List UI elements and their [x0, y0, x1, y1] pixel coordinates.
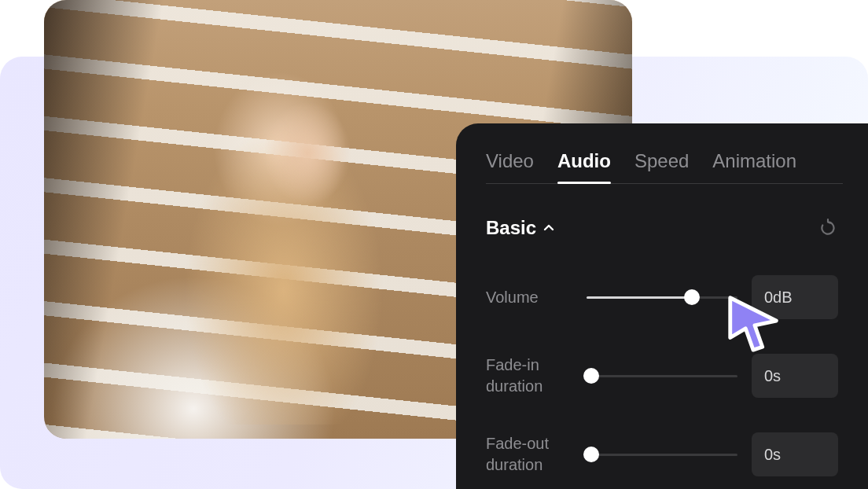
fade-in-label: Fade-in duration	[486, 355, 572, 397]
fade-out-value[interactable]: 0s	[752, 432, 838, 476]
section-title: Basic	[486, 217, 536, 239]
row-fade-in: Fade-in duration 0s	[486, 354, 838, 398]
properties-panel: Video Audio Speed Animation Basic Volume…	[456, 123, 868, 489]
volume-label: Volume	[486, 287, 572, 308]
fade-in-slider[interactable]	[587, 366, 737, 385]
volume-value[interactable]: 0dB	[752, 275, 838, 319]
tab-speed[interactable]: Speed	[634, 150, 689, 183]
tabs-bar: Video Audio Speed Animation	[486, 150, 843, 184]
chevron-up-icon	[541, 220, 557, 236]
fade-in-value[interactable]: 0s	[752, 354, 838, 398]
tab-audio[interactable]: Audio	[557, 150, 611, 183]
volume-slider-thumb[interactable]	[684, 289, 700, 305]
fade-out-slider[interactable]	[587, 445, 737, 464]
tab-video[interactable]: Video	[486, 150, 534, 183]
volume-slider[interactable]	[587, 288, 737, 307]
row-volume: Volume 0dB	[486, 275, 838, 319]
section-header[interactable]: Basic	[486, 217, 838, 239]
fade-out-slider-thumb[interactable]	[583, 447, 599, 462]
fade-in-slider-thumb[interactable]	[583, 368, 599, 384]
fade-out-label: Fade-out duration	[486, 433, 572, 476]
reset-icon[interactable]	[818, 218, 838, 238]
row-fade-out: Fade-out duration 0s	[486, 432, 838, 476]
tab-animation[interactable]: Animation	[712, 150, 796, 183]
